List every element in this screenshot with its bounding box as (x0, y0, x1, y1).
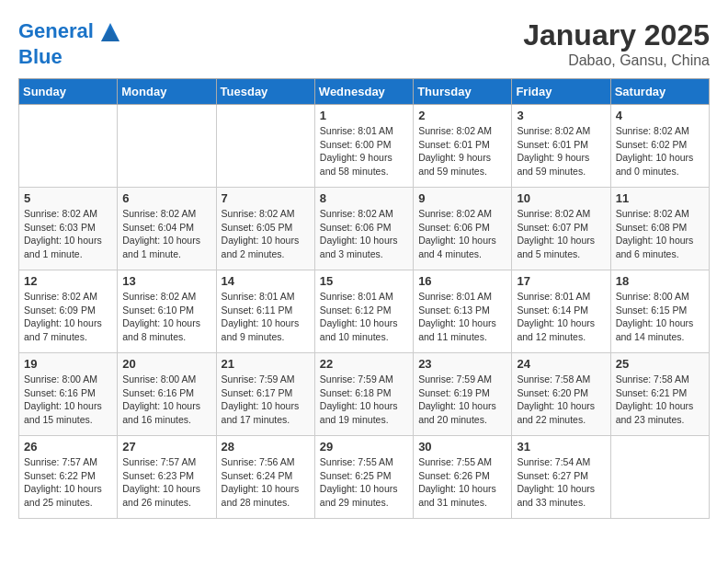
logo-text: General Blue (18, 18, 124, 68)
day-header-tuesday: Tuesday (216, 79, 314, 105)
month-title: January 2025 (523, 18, 710, 52)
calendar-week-4: 19Sunrise: 8:00 AM Sunset: 6:16 PM Dayli… (19, 353, 710, 436)
day-content: Sunrise: 8:02 AM Sunset: 6:04 PM Dayligh… (122, 207, 210, 261)
day-number: 17 (517, 274, 605, 288)
calendar-cell: 13Sunrise: 8:02 AM Sunset: 6:10 PM Dayli… (118, 270, 216, 353)
day-content: Sunrise: 8:02 AM Sunset: 6:09 PM Dayligh… (24, 290, 112, 344)
calendar-cell (19, 105, 118, 188)
day-content: Sunrise: 7:59 AM Sunset: 6:17 PM Dayligh… (222, 373, 310, 427)
day-number: 1 (320, 109, 408, 122)
calendar-cell: 20Sunrise: 8:00 AM Sunset: 6:16 PM Dayli… (118, 353, 216, 436)
day-number: 2 (418, 109, 506, 122)
calendar-week-2: 5Sunrise: 8:02 AM Sunset: 6:03 PM Daylig… (19, 188, 710, 270)
day-content: Sunrise: 7:54 AM Sunset: 6:27 PM Dayligh… (517, 455, 605, 510)
day-content: Sunrise: 7:59 AM Sunset: 6:19 PM Dayligh… (418, 373, 506, 427)
day-content: Sunrise: 8:02 AM Sunset: 6:03 PM Dayligh… (24, 207, 112, 261)
day-header-friday: Friday (512, 79, 610, 105)
calendar-cell (216, 105, 314, 188)
day-number: 18 (616, 274, 704, 288)
day-number: 21 (222, 357, 310, 371)
calendar-cell: 4Sunrise: 8:02 AM Sunset: 6:02 PM Daylig… (610, 105, 709, 188)
calendar-cell: 5Sunrise: 8:02 AM Sunset: 6:03 PM Daylig… (19, 188, 118, 270)
calendar-cell: 14Sunrise: 8:01 AM Sunset: 6:11 PM Dayli… (216, 270, 314, 353)
day-content: Sunrise: 8:02 AM Sunset: 6:01 PM Dayligh… (418, 124, 506, 178)
day-number: 6 (122, 191, 210, 205)
day-content: Sunrise: 7:58 AM Sunset: 6:21 PM Dayligh… (616, 373, 704, 427)
calendar-cell: 9Sunrise: 8:02 AM Sunset: 6:06 PM Daylig… (414, 188, 512, 270)
calendar-week-5: 26Sunrise: 7:57 AM Sunset: 6:22 PM Dayli… (19, 436, 710, 519)
calendar-cell (610, 436, 709, 519)
calendar-cell: 25Sunrise: 7:58 AM Sunset: 6:21 PM Dayli… (610, 353, 709, 436)
day-content: Sunrise: 8:02 AM Sunset: 6:05 PM Dayligh… (222, 207, 310, 261)
day-number: 8 (320, 191, 408, 205)
calendar-cell: 19Sunrise: 8:00 AM Sunset: 6:16 PM Dayli… (19, 353, 118, 436)
calendar-cell: 26Sunrise: 7:57 AM Sunset: 6:22 PM Dayli… (19, 436, 118, 519)
calendar-cell: 24Sunrise: 7:58 AM Sunset: 6:20 PM Dayli… (512, 353, 610, 436)
day-number: 19 (24, 357, 112, 371)
calendar-cell: 1Sunrise: 8:01 AM Sunset: 6:00 PM Daylig… (314, 105, 413, 188)
day-header-sunday: Sunday (19, 79, 118, 105)
day-content: Sunrise: 8:01 AM Sunset: 6:14 PM Dayligh… (517, 290, 605, 344)
calendar-cell: 17Sunrise: 8:01 AM Sunset: 6:14 PM Dayli… (512, 270, 610, 353)
calendar-cell: 28Sunrise: 7:56 AM Sunset: 6:24 PM Dayli… (216, 436, 314, 519)
day-number: 3 (517, 109, 605, 122)
day-content: Sunrise: 8:02 AM Sunset: 6:10 PM Dayligh… (122, 290, 210, 344)
day-number: 25 (616, 357, 704, 371)
day-content: Sunrise: 8:02 AM Sunset: 6:07 PM Dayligh… (517, 207, 605, 261)
calendar-cell: 3Sunrise: 8:02 AM Sunset: 6:01 PM Daylig… (512, 105, 610, 188)
day-number: 29 (320, 440, 408, 454)
day-number: 7 (222, 191, 310, 205)
page-header: General Blue January 2025 Dabao, Gansu, … (18, 18, 710, 69)
day-content: Sunrise: 7:58 AM Sunset: 6:20 PM Dayligh… (517, 373, 605, 427)
calendar-cell: 12Sunrise: 8:02 AM Sunset: 6:09 PM Dayli… (19, 270, 118, 353)
calendar-cell: 8Sunrise: 8:02 AM Sunset: 6:06 PM Daylig… (314, 188, 413, 270)
day-content: Sunrise: 8:01 AM Sunset: 6:13 PM Dayligh… (418, 290, 506, 344)
day-content: Sunrise: 7:55 AM Sunset: 6:26 PM Dayligh… (418, 455, 506, 510)
calendar-week-3: 12Sunrise: 8:02 AM Sunset: 6:09 PM Dayli… (19, 270, 710, 353)
calendar-cell: 27Sunrise: 7:57 AM Sunset: 6:23 PM Dayli… (118, 436, 216, 519)
logo-line2: Blue (18, 45, 63, 68)
day-number: 24 (517, 357, 605, 371)
calendar-body: 1Sunrise: 8:01 AM Sunset: 6:00 PM Daylig… (19, 105, 710, 519)
calendar-cell: 30Sunrise: 7:55 AM Sunset: 6:26 PM Dayli… (414, 436, 512, 519)
calendar-cell: 7Sunrise: 8:02 AM Sunset: 6:05 PM Daylig… (216, 188, 314, 270)
calendar-header: SundayMondayTuesdayWednesdayThursdayFrid… (19, 79, 710, 105)
day-content: Sunrise: 8:01 AM Sunset: 6:11 PM Dayligh… (222, 290, 310, 344)
svg-marker-1 (101, 28, 119, 41)
day-content: Sunrise: 8:00 AM Sunset: 6:16 PM Dayligh… (24, 373, 112, 427)
day-number: 4 (616, 109, 704, 122)
day-number: 15 (320, 274, 408, 288)
day-number: 11 (616, 191, 704, 205)
calendar-cell: 2Sunrise: 8:02 AM Sunset: 6:01 PM Daylig… (414, 105, 512, 188)
calendar-cell: 18Sunrise: 8:00 AM Sunset: 6:15 PM Dayli… (610, 270, 709, 353)
day-number: 28 (222, 440, 310, 454)
calendar-cell: 31Sunrise: 7:54 AM Sunset: 6:27 PM Dayli… (512, 436, 610, 519)
day-header-saturday: Saturday (610, 79, 709, 105)
day-content: Sunrise: 8:01 AM Sunset: 6:00 PM Dayligh… (320, 124, 408, 178)
day-content: Sunrise: 8:01 AM Sunset: 6:12 PM Dayligh… (320, 290, 408, 344)
calendar-table: SundayMondayTuesdayWednesdayThursdayFrid… (18, 78, 710, 519)
day-content: Sunrise: 8:00 AM Sunset: 6:16 PM Dayligh… (122, 373, 210, 427)
day-header-thursday: Thursday (414, 79, 512, 105)
day-content: Sunrise: 7:59 AM Sunset: 6:18 PM Dayligh… (320, 373, 408, 427)
calendar-cell: 11Sunrise: 8:02 AM Sunset: 6:08 PM Dayli… (610, 188, 709, 270)
day-content: Sunrise: 8:02 AM Sunset: 6:01 PM Dayligh… (517, 124, 605, 178)
location-subtitle: Dabao, Gansu, China (523, 52, 710, 69)
day-content: Sunrise: 7:57 AM Sunset: 6:22 PM Dayligh… (24, 455, 112, 510)
calendar-week-1: 1Sunrise: 8:01 AM Sunset: 6:00 PM Daylig… (19, 105, 710, 188)
day-number: 30 (418, 440, 506, 454)
calendar-cell: 10Sunrise: 8:02 AM Sunset: 6:07 PM Dayli… (512, 188, 610, 270)
day-number: 16 (418, 274, 506, 288)
logo-line1: General (18, 19, 94, 42)
logo: General Blue (18, 18, 124, 68)
calendar-cell: 29Sunrise: 7:55 AM Sunset: 6:25 PM Dayli… (314, 436, 413, 519)
calendar-cell: 22Sunrise: 7:59 AM Sunset: 6:18 PM Dayli… (314, 353, 413, 436)
calendar-cell: 16Sunrise: 8:01 AM Sunset: 6:13 PM Dayli… (414, 270, 512, 353)
calendar-cell: 6Sunrise: 8:02 AM Sunset: 6:04 PM Daylig… (118, 188, 216, 270)
day-number: 23 (418, 357, 506, 371)
day-number: 22 (320, 357, 408, 371)
calendar-cell: 21Sunrise: 7:59 AM Sunset: 6:17 PM Dayli… (216, 353, 314, 436)
day-number: 26 (24, 440, 112, 454)
day-number: 20 (122, 357, 210, 371)
day-header-wednesday: Wednesday (314, 79, 413, 105)
